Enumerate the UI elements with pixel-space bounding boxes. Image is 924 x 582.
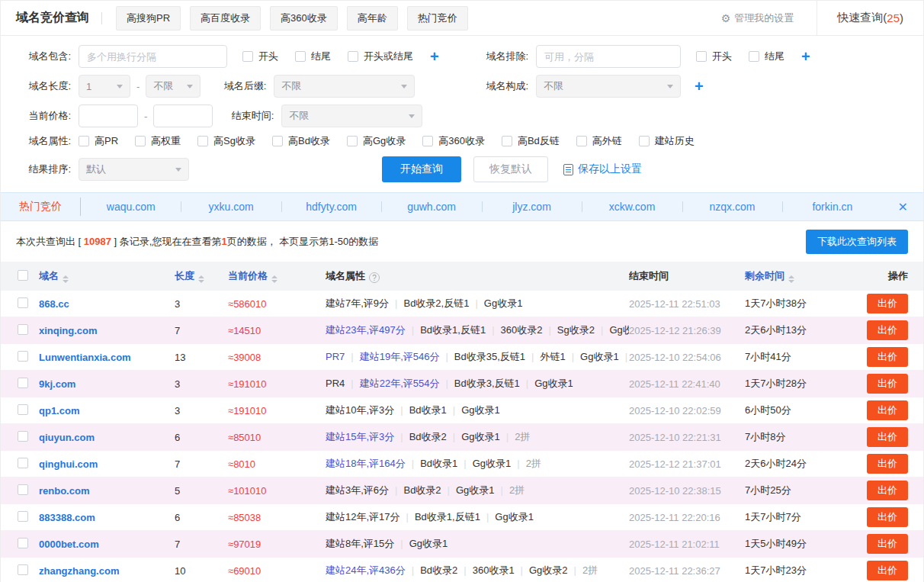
include-label: 域名包含: (16, 50, 71, 63)
quick-query-count: 25 (887, 11, 900, 24)
quick-filter-button[interactable]: 高百度收录 (190, 6, 261, 31)
domain-link[interactable]: 9kj.com (39, 378, 75, 390)
sort-icon[interactable] (271, 275, 278, 283)
domain-link[interactable]: qiuyun.com (39, 432, 95, 443)
document-icon (563, 164, 573, 175)
sort-icon[interactable] (788, 275, 794, 283)
bid-button[interactable]: 出价 (867, 561, 908, 580)
exclude-checkbox-item[interactable]: 结尾 (749, 50, 784, 63)
include-input[interactable] (79, 45, 227, 68)
sort-icon[interactable] (63, 275, 69, 283)
help-icon[interactable]: ? (369, 272, 380, 283)
row-checkbox[interactable] (18, 511, 28, 522)
bid-button[interactable]: 出价 (867, 347, 908, 367)
attribute-checkbox-item[interactable]: 高权重 (135, 134, 181, 148)
attribute-checkbox-item[interactable]: 高360收录 (422, 134, 485, 148)
hot-domain-link[interactable]: hdfyty.com (306, 201, 357, 213)
hot-domain-link[interactable]: nzqx.com (709, 201, 755, 213)
hot-domain-link[interactable]: guwh.com (407, 201, 456, 213)
hot-domain-link[interactable]: xckw.com (609, 201, 656, 213)
include-checkbox-item[interactable]: 开头或结尾 (348, 50, 413, 63)
domain-link[interactable]: qinghui.com (39, 458, 98, 470)
attribute-checkbox-item[interactable]: 高Gg收录 (347, 134, 406, 148)
row-checkbox[interactable] (18, 538, 28, 548)
hot-domain-link[interactable]: yxku.com (209, 201, 254, 213)
suffix-select[interactable]: 不限 (274, 75, 415, 98)
checkbox-label: 开头或结尾 (364, 50, 413, 63)
attribute-checkbox-item[interactable]: 高Sg收录 (197, 134, 255, 148)
save-settings-link[interactable]: 保存以上设置 (563, 162, 642, 176)
bid-button[interactable]: 出价 (867, 374, 908, 394)
domain-link[interactable]: 883388.com (39, 512, 95, 523)
hot-domain-link[interactable]: forkin.cn (812, 201, 852, 213)
bid-button[interactable]: 出价 (867, 294, 908, 314)
attribute-checkbox-item[interactable]: 高PR (79, 134, 118, 148)
add-include-rule-icon[interactable] (430, 49, 439, 64)
remaining-time-cell: 1天7小时38分 (745, 297, 856, 310)
row-checkbox[interactable] (18, 431, 28, 442)
download-list-button[interactable]: 下载此次查询列表 (806, 230, 908, 254)
row-checkbox[interactable] (18, 351, 28, 362)
domain-link[interactable]: zhangzhang.com (39, 565, 119, 577)
compose-select[interactable]: 不限 (536, 75, 681, 98)
row-checkbox[interactable] (18, 297, 28, 308)
attribute-checkbox-item[interactable]: 高外链 (576, 134, 622, 148)
quick-query-tab[interactable]: 快速查询(25) (817, 1, 923, 35)
bid-button[interactable]: 出价 (867, 320, 908, 340)
search-button[interactable]: 开始查询 (382, 156, 461, 182)
attributes-label: 域名属性: (16, 134, 71, 148)
bid-button[interactable]: 出价 (867, 454, 908, 474)
quick-filter-button[interactable]: 热门竞价 (407, 6, 468, 31)
exclude-input[interactable] (536, 45, 681, 68)
remaining-time: 1天7小时28分 (745, 378, 807, 389)
exclude-checkbox-item[interactable]: 开头 (696, 50, 732, 63)
domain-link[interactable]: 868.cc (39, 298, 69, 310)
domain-link[interactable]: 0000bet.com (39, 539, 99, 550)
select-all-checkbox[interactable] (18, 270, 28, 281)
bid-button[interactable]: 出价 (867, 507, 908, 527)
length-from-select[interactable]: 1 (79, 75, 130, 98)
quick-filter-button[interactable]: 高年龄 (347, 6, 398, 31)
sort-select[interactable]: 默认 (79, 158, 189, 181)
end-time: 2025-12-12 21:26:39 (629, 325, 721, 336)
length-to-select[interactable]: 不限 (146, 75, 201, 98)
row-checkbox[interactable] (18, 404, 28, 415)
table-row: zhangzhang.com10≈69010建站24年,评436分Bd收录236… (1, 558, 923, 582)
row-checkbox[interactable] (18, 324, 28, 335)
attribute-checkbox-item[interactable]: 建站历史 (639, 134, 695, 148)
domain-link[interactable]: xinqing.com (39, 325, 98, 336)
domain-link[interactable]: renbo.com (39, 485, 89, 497)
close-icon[interactable] (883, 200, 923, 214)
bid-button[interactable]: 出价 (867, 481, 908, 500)
price-max-input[interactable] (153, 105, 213, 127)
bid-button[interactable]: 出价 (867, 400, 908, 420)
hot-domain-link[interactable]: waqu.com (107, 201, 156, 213)
column-header-label: 域名 (39, 270, 59, 281)
sort-icon[interactable] (198, 275, 204, 283)
attribute-checkbox-item[interactable]: 高Bd收录 (272, 134, 330, 148)
quick-filter-button[interactable]: 高搜狗PR (116, 6, 181, 31)
domain-link[interactable]: Lunwentianxia.com (39, 352, 131, 363)
attribute-checkbox-item[interactable]: 高Bd反链 (502, 134, 560, 148)
manage-settings-link[interactable]: 管理我的设置 (721, 11, 794, 25)
domain-cell: qinghui.com (39, 458, 175, 470)
bid-button[interactable]: 出价 (867, 427, 908, 447)
reset-button[interactable]: 恢复默认 (473, 156, 548, 182)
row-checkbox[interactable] (18, 378, 28, 388)
length-to-value: 不限 (153, 79, 173, 93)
row-checkbox[interactable] (18, 458, 28, 468)
attributes-cell: 建站15年,评3分Bd收录2Gg收录12拼 (326, 430, 629, 444)
quick-filter-button[interactable]: 高360收录 (270, 6, 338, 31)
add-exclude-rule-icon[interactable] (801, 49, 810, 64)
include-checkbox-item[interactable]: 开头 (242, 50, 278, 63)
price-min-input[interactable] (79, 105, 138, 127)
end-time-select[interactable]: 不限 (281, 105, 422, 127)
hot-domain-link[interactable]: jlyz.com (512, 201, 551, 213)
domain-link[interactable]: qp1.com (39, 405, 79, 416)
suffix-label: 域名后缀: (201, 79, 266, 93)
include-checkbox-item[interactable]: 结尾 (295, 50, 331, 63)
bid-button[interactable]: 出价 (867, 534, 908, 554)
row-checkbox[interactable] (18, 564, 28, 575)
add-compose-rule-icon[interactable] (695, 79, 704, 94)
row-checkbox[interactable] (18, 484, 28, 495)
